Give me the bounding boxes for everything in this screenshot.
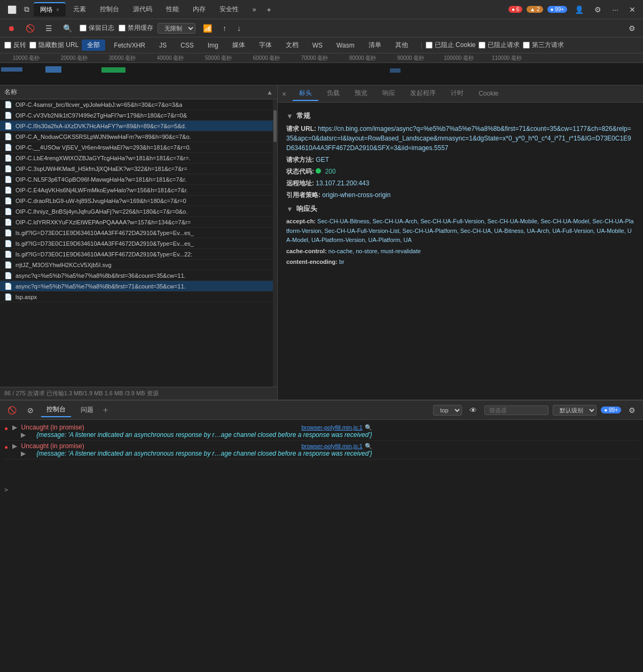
eye-icon[interactable]: 👁	[466, 405, 480, 416]
network-item[interactable]: 📄 lsp.aspx	[0, 292, 273, 302]
network-item[interactable]: 📄 OIP-C.LbE4rengXWtXOZBJaGYTcgHaHa?w=181…	[0, 153, 273, 163]
expand-sub-icon[interactable]: ▶	[21, 431, 26, 439]
search-icon[interactable]: 🔍	[365, 424, 372, 431]
network-item[interactable]: 📄 ls.gif?IG=D73E0C1E9D634610A4A3FF4672DA…	[0, 249, 273, 260]
layers-icon[interactable]: ⧉	[21, 3, 33, 16]
console-filter-input[interactable]	[484, 405, 548, 415]
console-level-select[interactable]: 默认级别	[553, 405, 597, 416]
section-response-headers[interactable]: ▼ 响应头	[286, 204, 634, 214]
search-button[interactable]: 🔍	[60, 23, 75, 34]
console-source-link[interactable]: browser-polyfill.min.js:1	[301, 424, 362, 431]
console-context-select[interactable]: top	[433, 405, 462, 416]
detail-close-button[interactable]: ×	[282, 90, 286, 98]
tab-security[interactable]: 安全性	[213, 3, 245, 16]
filter-wasm[interactable]: Wasm	[331, 41, 360, 50]
tab-close-icon[interactable]: ×	[56, 7, 59, 13]
wifi-icon[interactable]: 📶	[200, 23, 215, 34]
network-item[interactable]: 📄 OIP-C.draoRLbG9-uW-hj89SJvugHaHa?w=169…	[0, 196, 273, 206]
network-item[interactable]: 📄 OIP-C.lhniyz_BnBSj4ynJqfruGAHaFj?w=226…	[0, 206, 273, 217]
tab-preview[interactable]: 预览	[348, 87, 374, 101]
console-tab-console[interactable]: 控制台	[41, 403, 71, 417]
console-input[interactable]	[10, 486, 639, 494]
network-item[interactable]: 📄 OIP-C.A_NoduwCGKS5RSLpWJN9wwHaFm?w=89&…	[0, 131, 273, 142]
preserve-log-input[interactable]	[80, 25, 87, 32]
third-party-checkbox[interactable]	[523, 42, 530, 49]
tab-more[interactable]: »	[246, 4, 263, 15]
network-item-selected[interactable]: 📄 async?q=%e5%b7%a5%e7%a8%8b&first=71&co…	[0, 281, 273, 292]
filter-js[interactable]: JS	[154, 41, 172, 50]
tab-headers[interactable]: 标头	[293, 87, 318, 101]
preserve-log-checkbox[interactable]: 保留日志	[80, 24, 114, 33]
expand-icon[interactable]: ▶	[12, 424, 17, 431]
tab-performance[interactable]: 性能	[160, 3, 185, 16]
timeline[interactable]: 10000 毫秒 20000 毫秒 30000 毫秒 40000 毫秒 5000…	[0, 53, 643, 85]
console-stop-button[interactable]: ⊘	[24, 405, 37, 416]
network-scrollbar[interactable]	[273, 99, 277, 387]
filter-manifest[interactable]: 清单	[363, 40, 387, 51]
ellipsis-icon[interactable]: ···	[609, 3, 622, 16]
person-icon[interactable]: 👤	[571, 3, 587, 16]
tab-cookie[interactable]: Cookie	[472, 88, 505, 100]
filter-other[interactable]: 其他	[390, 40, 413, 51]
tab-source[interactable]: 源代码	[127, 3, 159, 16]
network-item[interactable]: 📄 ls.gif?IG=D73E0C1E9D634610A4A3FF4672DA…	[0, 228, 273, 238]
tab-timing[interactable]: 计时	[444, 87, 470, 101]
filter-img[interactable]: Img	[202, 41, 224, 50]
console-main-text[interactable]: ▶ Uncaught (in promise)	[12, 424, 84, 431]
tab-network[interactable]: 网络 ×	[34, 2, 66, 17]
tab-payload[interactable]: 负载	[320, 87, 346, 101]
console-clear-button[interactable]: 🚫	[4, 405, 20, 416]
blocked-cookies-checkbox[interactable]	[426, 42, 433, 49]
record-button[interactable]: ⏺	[4, 23, 18, 34]
tab-console[interactable]: 控制台	[93, 3, 126, 16]
scroll-up-icon[interactable]: ▲	[266, 89, 273, 96]
tab-memory[interactable]: 内存	[186, 3, 212, 16]
close-window-icon[interactable]: ✕	[626, 3, 639, 16]
console-main-text[interactable]: ▶ Uncaught (in promise)	[12, 442, 84, 450]
network-item[interactable]: 📄 rrjtJZ_M3OSYhwlH2KCcV5Xjb5I.svg	[0, 260, 273, 270]
filter-ws[interactable]: WS	[307, 41, 328, 50]
filter-doc[interactable]: 文档	[280, 40, 304, 51]
console-tab-issues[interactable]: 问题	[75, 403, 99, 417]
hide-data-urls-checkbox[interactable]	[29, 42, 36, 49]
network-item[interactable]: 📄 OIP-C.__4USOw Vj5EV_Vr6en4rswHaEl?w=29…	[0, 142, 273, 153]
disable-cache-input[interactable]	[119, 25, 126, 32]
tab-initiator[interactable]: 发起程序	[404, 87, 442, 101]
blocked-requests-checkbox[interactable]	[479, 42, 485, 49]
search-icon[interactable]: 🔍	[365, 443, 372, 450]
network-item-selected[interactable]: 📄 OIP-C.l9s30a2fxA-iiXzDVK7HcAHaFY?w=89&…	[0, 121, 273, 131]
throttle-select[interactable]: 无限制	[158, 23, 195, 34]
invert-checkbox[interactable]	[4, 42, 11, 49]
add-console-tab-button[interactable]: +	[103, 405, 108, 415]
section-general-header[interactable]: ▼ 常规	[286, 111, 634, 121]
network-item[interactable]: 📄 OIP-C.vV3Vb2NIk1tC97I499e2TgHaFl?w=179…	[0, 110, 273, 121]
network-item[interactable]: 📄 OIP-C.NL5F3p6T4GpBO96f-MavwgHaHa?w=181…	[0, 174, 273, 185]
network-scroll-thumb[interactable]	[273, 110, 277, 142]
disable-cache-checkbox[interactable]: 禁用缓存	[119, 24, 153, 33]
download-icon[interactable]: ↓	[234, 23, 244, 34]
filter-icon-button[interactable]: ☰	[42, 23, 56, 34]
gear-icon[interactable]: ⚙	[591, 3, 605, 16]
timeline-chart[interactable]	[0, 63, 643, 85]
expand-icon[interactable]: ▶	[12, 442, 17, 450]
upload-icon[interactable]: ↑	[219, 23, 230, 34]
filter-font[interactable]: 字体	[254, 40, 277, 51]
console-settings-icon[interactable]: ⚙	[625, 405, 639, 416]
filter-all[interactable]: 全部	[82, 40, 105, 51]
tab-elements[interactable]: 元素	[67, 3, 92, 16]
tab-response[interactable]: 响应	[376, 87, 402, 101]
clear-button[interactable]: 🚫	[22, 23, 38, 34]
toolbar-settings-icon[interactable]: ⚙	[625, 23, 639, 34]
network-item[interactable]: 📄 OIP-C.E4AqVKHs6Nj4LWFmMkoEywHalo?w=156…	[0, 185, 273, 196]
network-item[interactable]: 📄 OIP-C.ldYRRXKYuFXzlEtWEPAnPQAAAA?w=157…	[0, 217, 273, 228]
filter-css[interactable]: CSS	[175, 41, 199, 50]
network-item[interactable]: 📄 OIP-C.3spUWiHKMadl_H5kfmJjXQHaEK?w=322…	[0, 163, 273, 174]
filter-media[interactable]: 媒体	[227, 40, 250, 51]
console-source-link[interactable]: browser-polyfill.min.js:1	[301, 443, 362, 449]
expand-sub-icon[interactable]: ▶	[21, 450, 26, 457]
network-item[interactable]: 📄 OIP-C.4samsr_brc/Ilcver_vpJolwHabJ:w=6…	[0, 99, 273, 110]
network-scroll-area[interactable]: 📄 OIP-C.4samsr_brc/Ilcver_vpJolwHabJ:w=6…	[0, 99, 273, 387]
filter-fetch-xhr[interactable]: Fetch/XHR	[108, 41, 151, 50]
network-item[interactable]: 📄 ls.gif?IG=D73E0C1E9D634610A4A3FF4672DA…	[0, 238, 273, 249]
add-tab-button[interactable]: +	[264, 3, 275, 16]
